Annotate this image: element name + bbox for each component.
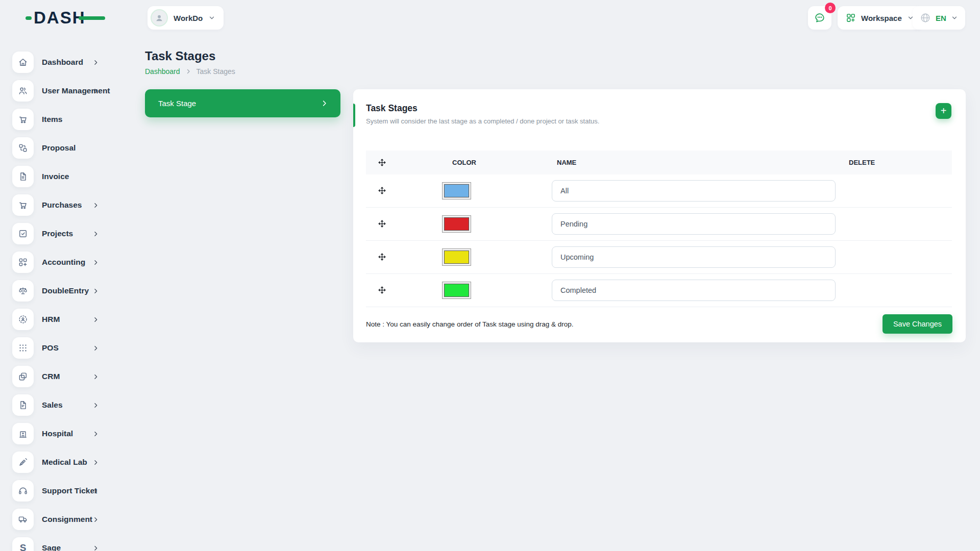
workflow-icon <box>12 137 34 159</box>
check-square-icon <box>12 223 34 244</box>
add-stage-button[interactable]: + <box>936 103 951 119</box>
chevron-right-icon <box>92 459 99 466</box>
file-icon <box>12 394 34 416</box>
page-title: Task Stages <box>145 49 215 63</box>
column-header-name: NAME <box>545 159 846 166</box>
chevron-right-icon <box>92 202 99 209</box>
language-dropdown[interactable]: EN <box>913 6 965 30</box>
overlap-squares-icon <box>12 366 34 387</box>
language-label: EN <box>936 14 946 22</box>
chevron-down-icon <box>951 14 958 21</box>
stage-name-input[interactable] <box>552 213 836 235</box>
stage-name-input[interactable] <box>552 246 836 268</box>
grid-plus-icon <box>12 252 34 273</box>
sidebar-item-purchases[interactable]: Purchases <box>0 191 122 219</box>
sidebar-item-invoice[interactable]: Invoice <box>0 162 122 191</box>
table-row <box>366 208 952 241</box>
dots-grid-icon <box>12 337 34 359</box>
company-dropdown[interactable]: WorkDo <box>148 6 224 30</box>
panel-subtitle: System will consider the last stage as a… <box>366 117 953 125</box>
chevron-right-icon <box>92 431 99 437</box>
company-name: WorkDo <box>174 14 203 22</box>
chevron-right-icon <box>92 259 99 266</box>
chevron-right-icon <box>92 59 99 66</box>
workspace-dropdown[interactable]: Workspace <box>838 6 922 30</box>
drag-handle-icon[interactable] <box>378 253 386 261</box>
chat-badge: 0 <box>825 3 836 13</box>
drag-handle-icon[interactable] <box>378 187 386 195</box>
file-icon <box>12 166 34 187</box>
breadcrumb-current: Task Stages <box>197 67 235 76</box>
move-icon <box>366 159 440 166</box>
truck-icon <box>12 509 34 530</box>
sidebar: Dashboard User Management Items Proposal <box>0 36 122 551</box>
chat-icon <box>814 12 826 24</box>
chevron-right-icon <box>92 488 99 494</box>
chevron-right-icon <box>92 88 99 94</box>
sage-icon: S <box>12 537 34 551</box>
chevron-right-icon <box>92 545 99 551</box>
task-stage-menu-label: Task Stage <box>158 99 196 108</box>
sidebar-item-hospital[interactable]: Hospital <box>0 419 122 448</box>
sidebar-item-doubleentry[interactable]: DoubleEntry <box>0 277 122 305</box>
sidebar-item-sales[interactable]: Sales <box>0 391 122 419</box>
breadcrumb: Dashboard Task Stages <box>145 67 235 76</box>
chevron-right-icon <box>92 402 99 409</box>
sidebar-item-accounting[interactable]: Accounting <box>0 248 122 277</box>
drag-handle-icon[interactable] <box>378 286 386 294</box>
avatar <box>151 9 168 27</box>
workspace-label: Workspace <box>861 14 902 22</box>
users-icon <box>12 80 34 102</box>
chevron-right-icon <box>92 373 99 380</box>
sidebar-item-pos[interactable]: POS <box>0 334 122 362</box>
panel-accent-bar <box>353 104 355 127</box>
column-header-color: COLOR <box>440 159 545 166</box>
chevron-right-icon <box>321 99 328 107</box>
globe-icon <box>920 12 931 23</box>
sidebar-item-medical-lab[interactable]: Medical Lab <box>0 448 122 477</box>
save-changes-button[interactable]: Save Changes <box>883 314 952 334</box>
column-header-delete: DELETE <box>846 159 952 166</box>
sidebar-item-support-ticket[interactable]: Support Ticket <box>0 477 122 505</box>
breadcrumb-dashboard-link[interactable]: Dashboard <box>145 67 180 76</box>
task-stage-menu-button[interactable]: Task Stage <box>145 89 340 117</box>
topbar: DASH WorkDo 0 Workspace <box>0 0 980 36</box>
sidebar-item-consignment[interactable]: Consignment <box>0 505 122 534</box>
home-icon <box>12 52 34 73</box>
chevron-right-icon <box>92 288 99 294</box>
sidebar-item-items[interactable]: Items <box>0 105 122 134</box>
sidebar-item-crm[interactable]: CRM <box>0 362 122 391</box>
scale-icon <box>12 280 34 302</box>
chevron-right-icon <box>185 68 191 74</box>
color-picker[interactable] <box>442 215 471 233</box>
sidebar-item-user-management[interactable]: User Management <box>0 77 122 105</box>
sidebar-item-projects[interactable]: Projects <box>0 219 122 248</box>
cart-icon <box>12 109 34 130</box>
chevron-right-icon <box>92 516 99 523</box>
sidebar-item-dashboard[interactable]: Dashboard <box>0 48 122 77</box>
sidebar-item-proposal[interactable]: Proposal <box>0 134 122 162</box>
sidebar-item-sage[interactable]: S Sage <box>0 534 122 551</box>
drag-drop-note: Note : You can easily change order of Ta… <box>366 320 574 328</box>
color-picker[interactable] <box>442 248 471 266</box>
headset-icon <box>12 480 34 502</box>
color-picker[interactable] <box>442 282 471 299</box>
drag-handle-icon[interactable] <box>378 220 386 228</box>
color-picker[interactable] <box>442 182 471 199</box>
sidebar-item-hrm[interactable]: HRM <box>0 305 122 334</box>
table-row <box>366 241 952 274</box>
stage-name-input[interactable] <box>552 180 836 202</box>
messages-button[interactable]: 0 <box>808 6 831 30</box>
chevron-down-icon <box>208 14 215 21</box>
table-header-row: COLOR NAME DELETE <box>366 151 952 174</box>
panel-title: Task Stages <box>366 103 953 114</box>
chevron-right-icon <box>92 316 99 323</box>
user-scan-icon <box>12 309 34 330</box>
stage-name-input[interactable] <box>552 280 836 301</box>
table-row <box>366 174 952 208</box>
cart-icon <box>12 194 34 216</box>
app-logo: DASH <box>34 8 86 28</box>
hospital-icon <box>12 423 34 444</box>
table-row <box>366 274 952 307</box>
syringe-icon <box>12 452 34 473</box>
